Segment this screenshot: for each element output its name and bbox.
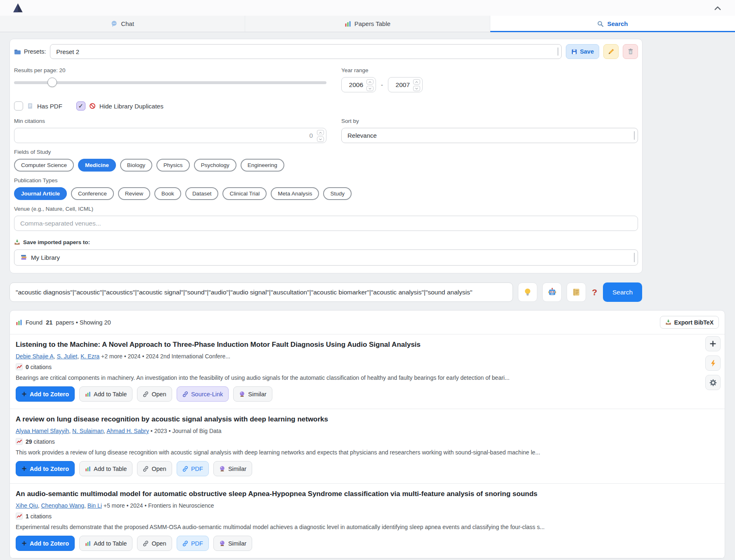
slider-thumb[interactable] [47,78,57,87]
citations-count: 1 [26,513,29,520]
results-count: Found 21 papers • Showing 20 [16,319,111,326]
similar-button[interactable]: Similar [213,461,252,476]
add-to-zotero-button[interactable]: Add to Zotero [16,386,75,402]
suggest-keywords-button[interactable] [518,282,537,302]
add-to-table-button[interactable]: Add to Table [79,461,132,476]
has-pdf-checkbox[interactable]: Has PDF [14,101,62,111]
bar-chart-icon [85,466,91,472]
history-button[interactable] [567,282,586,302]
add-button[interactable] [705,336,721,351]
app-logo-icon [12,2,24,14]
open-button[interactable]: Open [137,536,172,551]
chip-medicine[interactable]: Medicine [78,159,116,172]
slider-track[interactable] [14,81,326,84]
year-to-input[interactable]: 2007 [388,77,423,92]
author-link[interactable]: Chenghao Wang [41,502,84,509]
paper-title: An audio-semantic multimodal model for a… [16,490,696,498]
year-to-increment[interactable] [413,79,420,85]
chip-biology[interactable]: Biology [120,159,152,172]
delete-preset-button[interactable] [623,44,638,59]
chip-engineering[interactable]: Engineering [241,159,284,172]
checkbox-checked[interactable]: ✓ [76,101,85,111]
similar-button[interactable]: Similar [213,536,252,551]
sort-by-label: Sort by [341,118,638,124]
checkbox-unchecked[interactable] [14,101,23,111]
search-query-input[interactable] [9,282,513,302]
fields-of-study-chips: Computer Science Medicine Biology Physic… [14,159,638,172]
save-to-library-select[interactable]: My Library [14,249,638,266]
add-to-table-button[interactable]: Add to Table [79,386,132,402]
min-citations-increment[interactable] [317,130,324,135]
year-from-increment[interactable] [366,79,373,85]
chip-psychology[interactable]: Psychology [194,159,236,172]
ai-assist-button[interactable] [542,282,562,302]
settings-button[interactable] [705,375,721,390]
source-link-button[interactable]: Source-Link [177,386,229,402]
lightbulb-icon [523,288,532,296]
link-icon [143,541,149,546]
author-link[interactable]: N. Sulaiman [72,428,104,434]
chip-book[interactable]: Book [154,187,181,200]
sort-by-select[interactable]: Relevance [341,128,638,143]
add-to-table-button[interactable]: Add to Table [79,536,132,551]
author-link[interactable]: K. Ezra [80,353,99,360]
quick-actions-button[interactable] [705,355,721,371]
add-to-zotero-button[interactable]: Add to Zotero [16,536,75,551]
publication-types-label: Publication Types [14,177,638,184]
citations-line: 1 citations [16,513,696,520]
results-panel: Found 21 papers • Showing 20 Export BibT… [9,310,725,559]
author-link[interactable]: Ahmad H. Sabry [106,428,149,434]
collapse-panel-button[interactable] [713,4,723,13]
tab-search[interactable]: Search [490,16,735,32]
chip-dataset[interactable]: Dataset [185,187,219,200]
open-button[interactable]: Open [137,461,172,476]
year-from-input[interactable]: 2006 [341,77,376,92]
paper-abstract: Bearings are critical components in mach… [16,374,696,381]
rename-preset-button[interactable] [603,44,619,59]
tab-bar: Chat Papers Table Search [0,16,735,32]
chip-meta-analysis[interactable]: Meta Analysis [271,187,319,200]
tab-papers-table[interactable]: Papers Table [245,16,490,32]
hide-duplicates-checkbox[interactable]: ✓ Hide Library Duplicates [76,101,163,111]
chip-physics[interactable]: Physics [156,159,190,172]
help-icon[interactable]: ? [592,287,597,297]
search-button[interactable]: Search [603,282,642,302]
min-citations-input[interactable]: 0 [14,128,326,143]
inbox-download-icon [665,319,671,325]
author-link[interactable]: Bin Li [87,502,102,509]
bar-chart-icon [345,21,351,27]
save-to-library-value: My Library [31,254,60,261]
results-per-page-slider[interactable] [14,77,326,88]
chip-computer-science[interactable]: Computer Science [14,159,74,172]
bar-chart-icon [85,391,91,397]
author-link[interactable]: S. Juliet [57,353,78,360]
add-to-zotero-button[interactable]: Add to Zotero [16,461,75,476]
chip-review[interactable]: Review [118,187,150,200]
chip-journal-article[interactable]: Journal Article [14,187,67,200]
paper-meta: • 2023 • Journal of Big Data [151,428,222,434]
chip-conference[interactable]: Conference [71,187,114,200]
chevron-down-icon [415,87,418,90]
paper-actions: Add to Zotero Add to Table Open Source-L… [16,386,696,402]
tab-chat[interactable]: Chat [0,16,245,32]
year-from-decrement[interactable] [366,86,373,91]
paper-actions: Add to Zotero Add to Table Open PDF Simi… [16,461,696,476]
open-button[interactable]: Open [137,386,172,402]
min-citations-decrement[interactable] [317,136,324,142]
chip-clinical-trial[interactable]: Clinical Trial [222,187,267,200]
save-preset-button[interactable]: Save [566,44,599,59]
author-link[interactable]: Alyaa Hamel Sfayyih [16,428,69,434]
chip-study[interactable]: Study [323,187,352,200]
search-icon [597,21,604,27]
export-bibtex-button[interactable]: Export BibTeX [660,316,719,329]
similar-button[interactable]: Similar [233,386,272,402]
chevron-up-icon [319,131,322,134]
floppy-disk-icon [571,49,577,55]
author-link[interactable]: Xihe Qiu [16,502,38,509]
pdf-button[interactable]: PDF [177,536,209,551]
venue-input[interactable] [14,216,638,231]
year-to-decrement[interactable] [413,86,420,91]
preset-select[interactable]: Preset 2 [50,44,562,59]
author-link[interactable]: Debie Shajie A [16,353,54,360]
pdf-button[interactable]: PDF [177,461,209,476]
